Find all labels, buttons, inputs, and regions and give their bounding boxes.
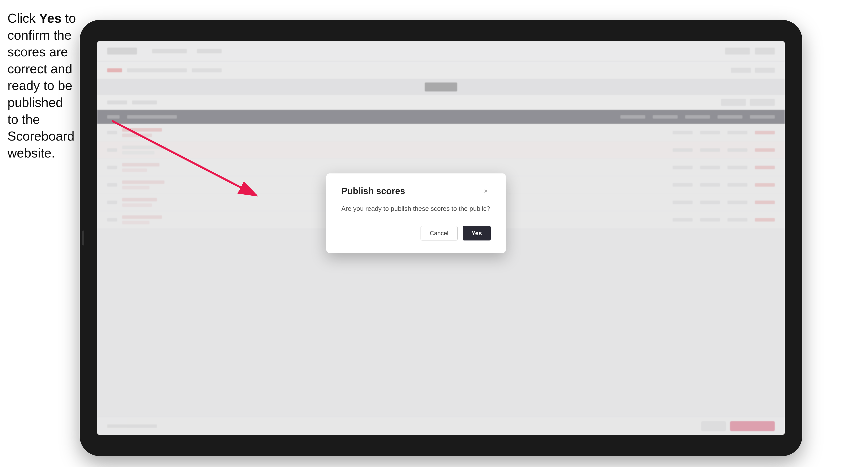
tablet-device: Publish scores × Are you ready to publis… [80, 20, 802, 456]
modal-close-button[interactable]: × [481, 186, 491, 196]
modal-dialog: Publish scores × Are you ready to publis… [327, 174, 506, 253]
instruction-text: Click Yes to confirm the scores are corr… [7, 10, 77, 161]
modal-body-text: Are you ready to publish these scores to… [341, 204, 491, 214]
tablet-side-button [82, 230, 84, 246]
tablet-screen: Publish scores × Are you ready to publis… [97, 41, 785, 435]
modal-header: Publish scores × [341, 186, 491, 196]
instruction-bold: Yes [39, 11, 62, 25]
modal-title: Publish scores [341, 186, 405, 196]
cancel-button[interactable]: Cancel [421, 226, 458, 241]
modal-overlay: Publish scores × Are you ready to publis… [97, 41, 785, 435]
modal-footer: Cancel Yes [341, 226, 491, 241]
instruction-prefix: Click [7, 11, 39, 25]
yes-button[interactable]: Yes [463, 226, 491, 241]
instruction-suffix: to confirm the scores are correct and re… [7, 11, 76, 160]
